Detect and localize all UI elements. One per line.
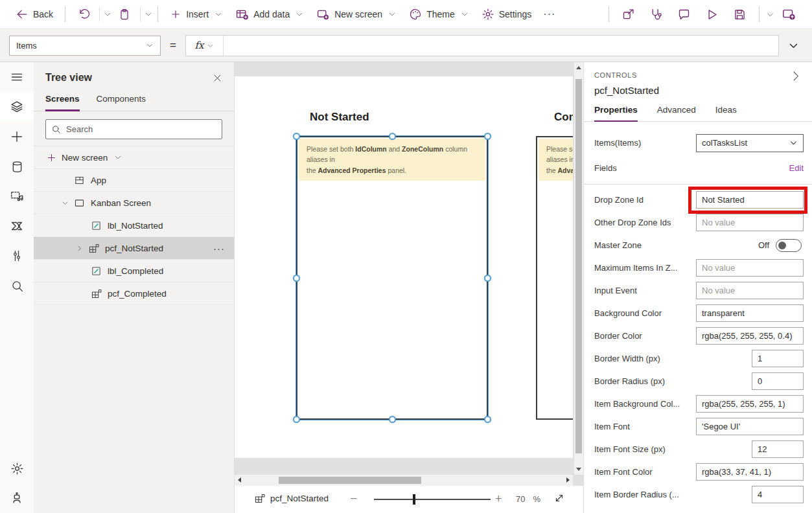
plus-icon xyxy=(47,153,56,163)
tree-item-pcf-notstarted[interactable]: pcf_NotStarted ··· xyxy=(34,237,234,260)
tree-item-lbl-notstarted[interactable]: lbl_NotStarted xyxy=(34,214,234,237)
settings-rail-gear-icon[interactable] xyxy=(0,453,34,483)
variables-rail-icon[interactable] xyxy=(0,241,34,271)
publish-icon[interactable] xyxy=(782,7,796,21)
item-background-color-input[interactable] xyxy=(696,395,804,413)
media-rail-icon[interactable] xyxy=(0,181,34,211)
tab-advanced[interactable]: Advanced xyxy=(657,105,696,121)
resize-handle[interactable] xyxy=(293,416,300,423)
horizontal-scrollbar-thumb[interactable] xyxy=(279,477,421,484)
new-screen-button[interactable]: New screen xyxy=(316,8,396,21)
other-drop-zone-ids-input[interactable] xyxy=(696,214,804,231)
resize-handle[interactable] xyxy=(389,416,396,423)
arrow-left-icon xyxy=(16,8,29,21)
resize-handle[interactable] xyxy=(484,416,491,423)
theme-button[interactable]: Theme xyxy=(409,8,469,21)
maximum-items-input[interactable] xyxy=(696,259,804,277)
resize-handle[interactable] xyxy=(484,133,491,140)
save-icon[interactable] xyxy=(733,8,747,21)
chevron-right-icon[interactable] xyxy=(74,245,84,252)
tree-search-box[interactable] xyxy=(45,119,222,139)
scroll-left-icon[interactable] xyxy=(238,477,241,483)
pcf-completed-control[interactable]: Please set both IdColumn and ZoneColumn … xyxy=(536,136,573,420)
close-icon[interactable] xyxy=(213,73,222,83)
scroll-right-icon[interactable] xyxy=(566,477,570,483)
formula-input[interactable] xyxy=(224,36,778,56)
zoom-slider[interactable] xyxy=(374,499,491,500)
drop-zone-id-input[interactable] xyxy=(696,191,804,209)
border-color-input[interactable] xyxy=(696,327,804,345)
insert-rail-icon[interactable] xyxy=(0,122,34,152)
tree-view-rail-icon[interactable] xyxy=(0,92,34,122)
pcf-notstarted-control[interactable]: Please set both IdColumn and ZoneColumn … xyxy=(296,136,488,420)
item-overflow-menu[interactable]: ··· xyxy=(213,243,225,254)
new-screen-tree-button[interactable]: New screen xyxy=(34,146,234,169)
settings-button[interactable]: Settings xyxy=(481,8,532,21)
power-automate-rail-icon[interactable] xyxy=(0,211,34,241)
column-title-not-started[interactable]: Not Started xyxy=(310,111,369,124)
toolbar-overflow-button[interactable]: ··· xyxy=(543,8,555,20)
save-chevron-icon[interactable] xyxy=(766,10,774,19)
undo-chevron-icon[interactable] xyxy=(104,10,111,18)
artboard[interactable]: Not Started Completed Please set both Id… xyxy=(235,76,573,458)
background-color-input[interactable] xyxy=(696,304,804,322)
formula-bar-expand-chevron-icon[interactable] xyxy=(788,40,799,51)
insert-button[interactable]: Insert xyxy=(170,8,222,20)
resize-handle[interactable] xyxy=(389,133,396,140)
zoom-slider-thumb[interactable] xyxy=(413,494,415,505)
scroll-down-icon[interactable] xyxy=(576,468,581,471)
panel-expand-chevron-icon[interactable] xyxy=(789,70,802,82)
tab-screens[interactable]: Screens xyxy=(45,90,80,111)
paste-chevron-icon[interactable] xyxy=(145,10,152,18)
pcf-control-icon xyxy=(254,493,265,504)
vertical-scrollbar[interactable] xyxy=(574,62,583,475)
tree-item-lbl-completed[interactable]: lbl_Completed xyxy=(34,260,234,282)
fit-to-window-icon[interactable] xyxy=(553,492,565,504)
column-title-completed[interactable]: Completed xyxy=(554,111,573,124)
items-dropdown[interactable]: colTasksList xyxy=(696,134,804,152)
hamburger-menu-icon[interactable] xyxy=(0,62,34,92)
data-rail-icon[interactable] xyxy=(0,152,34,181)
tab-components[interactable]: Components xyxy=(97,90,146,111)
item-font-color-input[interactable] xyxy=(696,463,804,481)
tree-item-app[interactable]: App xyxy=(34,169,234,192)
scroll-up-icon[interactable] xyxy=(576,66,581,69)
vertical-scrollbar-thumb[interactable] xyxy=(575,79,582,453)
comments-icon[interactable] xyxy=(677,8,691,21)
tab-ideas[interactable]: Ideas xyxy=(715,105,737,121)
search-rail-icon[interactable] xyxy=(0,271,34,301)
property-row-other-drop-zone-ids: Other Drop Zone Ids xyxy=(584,211,812,234)
search-input[interactable] xyxy=(66,124,216,134)
master-zone-toggle[interactable] xyxy=(776,239,802,252)
chevron-down-icon xyxy=(146,41,154,49)
paste-button[interactable] xyxy=(118,8,131,21)
zoom-in-button[interactable]: + xyxy=(495,492,502,506)
property-selector-dropdown[interactable]: Items xyxy=(9,36,161,56)
app-checker-icon[interactable] xyxy=(649,8,663,21)
tree-item-kanban-screen[interactable]: Kanban Screen xyxy=(34,192,234,214)
preview-play-icon[interactable] xyxy=(705,8,719,21)
virtual-agent-robot-icon[interactable] xyxy=(0,483,34,513)
fields-edit-link[interactable]: Edit xyxy=(789,163,804,173)
chevron-down-icon[interactable] xyxy=(60,200,70,207)
tab-properties[interactable]: Properties xyxy=(594,105,638,122)
tree-item-pcf-completed[interactable]: pcf_Completed xyxy=(34,282,234,305)
fx-dropdown[interactable]: fx xyxy=(186,36,224,56)
item-font-size-input[interactable] xyxy=(752,440,804,458)
input-event-input[interactable] xyxy=(696,282,804,299)
undo-button[interactable] xyxy=(77,8,90,21)
resize-handle[interactable] xyxy=(484,275,491,282)
zoom-out-button[interactable]: − xyxy=(350,492,357,506)
resize-handle[interactable] xyxy=(293,275,300,282)
share-icon[interactable] xyxy=(621,8,635,21)
items-dropdown-value: colTasksList xyxy=(702,138,747,148)
item-font-input[interactable] xyxy=(696,418,804,435)
horizontal-scrollbar[interactable] xyxy=(235,475,573,486)
border-radius-input[interactable] xyxy=(752,372,804,390)
item-border-radius-input[interactable] xyxy=(752,486,804,503)
resize-handle[interactable] xyxy=(293,133,300,140)
add-data-button[interactable]: Add data xyxy=(235,8,303,21)
back-button[interactable]: Back xyxy=(16,8,53,21)
border-width-input[interactable] xyxy=(752,350,804,367)
selected-control-indicator[interactable]: pcf_NotStarted xyxy=(254,493,329,504)
